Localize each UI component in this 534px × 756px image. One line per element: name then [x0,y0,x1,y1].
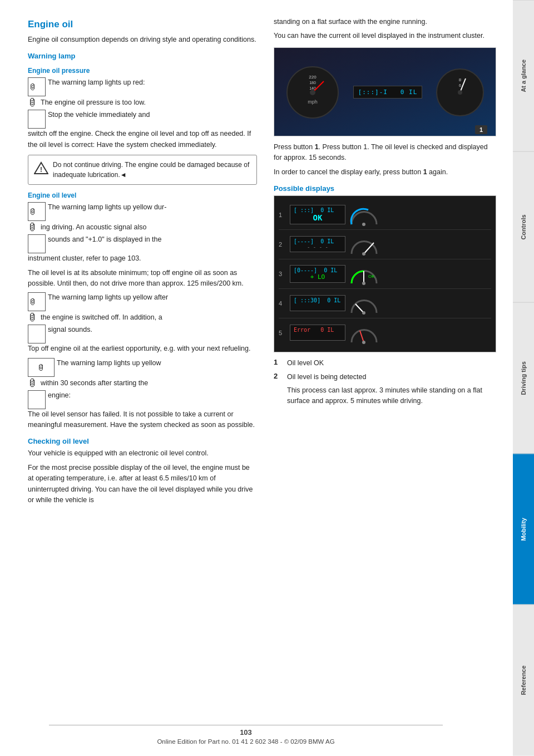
lamp-text-1: The warning lamp lights up red: [48,77,145,88]
svg-point-18 [362,282,365,285]
tachometer-svg: 8 6 [435,67,485,117]
displays-panel: 1 [ :::] 0 IL OK 2 [----] 0 IL [274,195,496,352]
level-lamp2-text-1: The warning lamp lights up yellow after [48,292,168,303]
svg-line-22 [360,331,364,342]
num-subtext-2: This process can last approx. 3 minutes … [287,385,496,407]
level-lamp2-row-2: 🛢 the engine is switched off. In additio… [28,312,257,323]
svg-point-16 [362,252,365,256]
list-item-1: 1 Oil level OK [274,358,496,369]
level-lamp-text-1: The warning lamp lights up yellow dur- [48,202,166,213]
tab-at-a-glance[interactable]: At a glance [513,0,534,151]
caution-text: Do not continue driving. The engine coul… [53,160,251,180]
level-body-1: instrument cluster, refer to page 103. [28,253,257,264]
level-lamp3-text-2: within 30 seconds after starting the [41,378,148,389]
right-column: standing on a flat surface with the engi… [274,17,496,509]
level-body-3: Top off engine oil at the earliest oppor… [28,343,257,354]
display-screen-3: [0----] 0 IL + LO [290,265,345,283]
oil-pressure-title: Engine oil pressure [28,67,257,75]
lamp-text-2: The engine oil pressure is too low. [41,97,146,108]
svg-text:6: 6 [459,84,461,87]
svg-point-13 [458,90,462,95]
level-lamp3-text-1: The warning lamp lights up yellow [57,358,161,369]
level-lamp3-text-3: engine: [48,390,71,401]
mini-gauge-4 [349,292,379,315]
svg-text:8: 8 [459,77,462,82]
side-tabs: At a glance Controls Driving tips Mobili… [513,0,534,756]
footer-divider [49,725,442,725]
svg-point-14 [362,223,365,226]
level-lamp2-row-1: 🛢 The warning lamp lights up yellow afte… [28,292,257,311]
tab-driving-tips[interactable]: Driving tips [513,302,534,454]
svg-point-7 [310,90,315,95]
footer-text: Online Edition for Part no. 01 41 2 602 … [157,738,334,745]
num-text-2: Oil level is being detected [287,373,366,381]
numbered-list: 1 Oil level OK 2 Oil level is being dete… [274,358,496,407]
caution-icon: ! [34,161,48,175]
display-text: You can have the current oil level displ… [274,31,496,41]
level-body-2: The oil level is at its absolute minimum… [28,268,257,289]
right-body-continued: standing on a flat surface with the engi… [274,17,496,27]
instrument-cluster-image: 220 180 140 mph [:::]-I 0 IL [274,47,496,136]
level-lamp-row-1: 🛢 The warning lamp lights up yellow dur- [28,202,257,221]
mini-gauge-2 [349,233,379,256]
display-row-1: 1 [ :::] 0 IL OK [279,200,491,230]
warning-lamp-title: Warning lamp [28,52,257,60]
tab-mobility[interactable]: Mobility [513,454,534,605]
cancel-text: In order to cancel the display early, pr… [274,167,496,178]
level-lamp3-row-3: engine: [28,390,257,409]
svg-point-23 [362,341,365,344]
lamp-row-2: 🛢 The engine oil pressure is too low. [28,97,257,109]
display-row-2: 2 [----] 0 IL - - - - [279,230,491,259]
section-title: Engine oil [28,19,257,30]
display-num-5: 5 [279,330,286,336]
display-row-3: 3 [0----] 0 IL + LO OK [279,259,491,289]
checking-body-2: For the most precise possible display of… [28,463,257,506]
oil-level-title: Engine oil level [28,192,257,199]
checking-body-1: Your vehicle is equipped with an electro… [28,448,257,459]
level-lamp-text-2: ing driving. An acoustic signal also [41,222,146,233]
mini-gauge-5 [349,321,379,345]
level-lamp2-text-3: signal sounds. [48,325,92,335]
possible-displays-title: Possible displays [274,184,496,193]
svg-line-15 [364,243,374,254]
mini-gauge-3: OK [349,262,379,286]
display-screen-5: Error 0 IL [290,325,345,341]
level-lamp2-row-3: signal sounds. [28,325,257,343]
lamp-row-1: 🛢 The warning lamp lights up red: [28,77,257,96]
svg-text:!: ! [40,166,42,174]
tab-controls[interactable]: Controls [513,151,534,303]
svg-text:mph: mph [308,99,318,105]
speedometer-svg: 220 180 140 mph [285,65,340,120]
mini-gauge-1 [349,203,379,227]
caution-block: ! Do not continue driving. The engine co… [28,155,257,185]
level-body-4: The oil level sensor has failed. It is n… [28,409,257,431]
display-num-3: 3 [279,271,286,277]
display-num-4: 4 [279,300,286,307]
display-screen-1: [ :::] 0 IL OK [290,205,345,224]
level-lamp2-text-2: the engine is switched off. In addition,… [41,312,162,323]
display-screen-4: [ :::30] 0 IL [290,295,345,311]
level-lamp-row-3: sounds and "+1.0" is displayed in the [28,234,257,253]
display-num-2: 2 [279,241,286,248]
level-lamp-row-2: 🛢 ing driving. An acoustic signal also [28,222,257,233]
svg-point-21 [362,311,365,315]
lamp-text-3: Stop the vehicle immediately and [48,110,150,120]
list-item-2: 2 Oil level is being detected This proce… [274,372,496,406]
intro-text: Engine oil consumption depends on drivin… [28,35,257,45]
left-column: Engine oil Engine oil consumption depend… [28,17,257,509]
level-lamp3-row-2: 🛢 within 30 seconds after starting the [28,378,257,389]
display-row-5: 5 Error 0 IL [279,318,491,347]
page-footer: 103 Online Edition for Part no. 01 41 2 … [0,725,492,745]
tab-reference[interactable]: Reference [513,605,534,756]
display-num-1: 1 [279,212,286,218]
num-text-1: Oil level OK [287,358,324,369]
checking-oil-title: Checking oil level [28,437,257,445]
page-content: Engine oil Engine oil consumption depend… [0,0,513,756]
num-badge-2: 2 [274,372,283,380]
button-1-label: 1 [475,125,487,134]
display-row-4: 4 [ :::30] 0 IL [279,289,491,318]
svg-text:OK: OK [368,274,375,279]
svg-text:180: 180 [309,81,316,85]
level-lamp3-row-1: 🛢 The warning lamp lights up yellow [28,358,257,377]
num-badge-1: 1 [274,358,283,366]
